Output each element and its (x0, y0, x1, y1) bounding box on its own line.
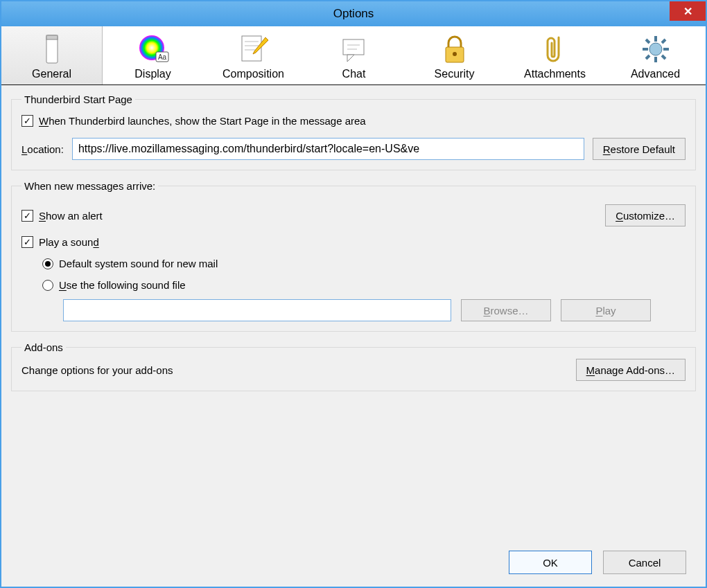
svg-line-23 (662, 39, 665, 43)
sound-file-path-input[interactable] (63, 299, 451, 321)
start-page-url-input[interactable] (72, 138, 584, 160)
group-new-messages: When new messages arrive: ✓ Show an aler… (11, 180, 696, 332)
group-addons: Add-ons Change options for your add-ons … (11, 341, 696, 391)
tab-label: Attachments (505, 68, 605, 80)
category-tabs: General Aa Display Composition (1, 26, 706, 85)
tab-label: Display (103, 68, 203, 80)
tab-advanced[interactable]: Advanced (605, 26, 706, 84)
group-legend: When new messages arrive: (21, 180, 158, 192)
tab-security[interactable]: Security (404, 26, 505, 84)
play-sound-label[interactable]: Play a sound (39, 236, 99, 248)
manage-addons-button[interactable]: Manage Add-ons… (576, 359, 686, 381)
svg-rect-1 (46, 35, 58, 39)
tab-label: Composition (203, 68, 304, 80)
group-legend: Thunderbird Start Page (21, 93, 135, 105)
play-sound-button[interactable]: Play (561, 299, 651, 321)
cancel-button[interactable]: Cancel (603, 551, 686, 574)
restore-default-button[interactable]: Restore Default (593, 138, 686, 160)
security-icon (404, 32, 505, 66)
svg-marker-11 (347, 55, 354, 62)
svg-point-15 (453, 52, 457, 56)
ok-button[interactable]: OK (509, 551, 592, 574)
show-start-page-checkbox[interactable]: ✓ (21, 115, 33, 127)
sound-file-radio[interactable] (42, 280, 53, 291)
options-window: Options ✕ General Aa Display (0, 0, 707, 588)
group-start-page: Thunderbird Start Page ✓ When Thunderbir… (11, 93, 696, 170)
sound-file-label[interactable]: Use the following sound file (59, 279, 186, 291)
svg-point-16 (649, 43, 662, 55)
tab-chat[interactable]: Chat (304, 26, 404, 84)
browse-sound-button[interactable]: Browse… (461, 299, 551, 321)
tab-label: Chat (304, 68, 404, 80)
svg-line-21 (646, 39, 649, 43)
advanced-icon (605, 32, 706, 66)
play-sound-checkbox[interactable]: ✓ (21, 236, 33, 248)
tab-composition[interactable]: Composition (203, 26, 304, 84)
titlebar: Options ✕ (1, 1, 706, 26)
general-icon (1, 32, 102, 66)
customize-alert-button[interactable]: Customize… (605, 204, 686, 226)
content-panel: Thunderbird Start Page ✓ When Thunderbir… (1, 85, 706, 587)
tab-label: Advanced (605, 68, 706, 80)
tab-display[interactable]: Aa Display (103, 26, 203, 84)
svg-rect-10 (343, 39, 364, 55)
show-alert-checkbox[interactable]: ✓ (21, 210, 33, 222)
sound-default-radio[interactable] (42, 258, 53, 269)
location-label: Location: (21, 143, 64, 155)
show-alert-label[interactable]: Show an alert (39, 210, 103, 222)
tab-label: Security (404, 68, 505, 80)
attachments-icon (505, 32, 605, 66)
svg-line-24 (646, 55, 649, 59)
tab-label: General (1, 68, 102, 80)
composition-icon (203, 32, 304, 66)
addons-description: Change options for your add-ons (21, 364, 173, 376)
close-icon: ✕ (683, 5, 692, 18)
dialog-footer: OK Cancel (11, 538, 696, 587)
window-title: Options (333, 7, 374, 21)
tab-general[interactable]: General (1, 26, 103, 84)
show-start-page-label[interactable]: When Thunderbird launches, show the Star… (39, 115, 366, 127)
chat-icon (304, 32, 404, 66)
svg-line-22 (662, 55, 665, 59)
tab-attachments[interactable]: Attachments (505, 26, 605, 84)
svg-text:Aa: Aa (157, 53, 166, 61)
sound-default-label[interactable]: Default system sound for new mail (59, 258, 218, 269)
display-icon: Aa (103, 32, 203, 66)
group-legend: Add-ons (21, 341, 66, 353)
close-button[interactable]: ✕ (670, 1, 706, 21)
